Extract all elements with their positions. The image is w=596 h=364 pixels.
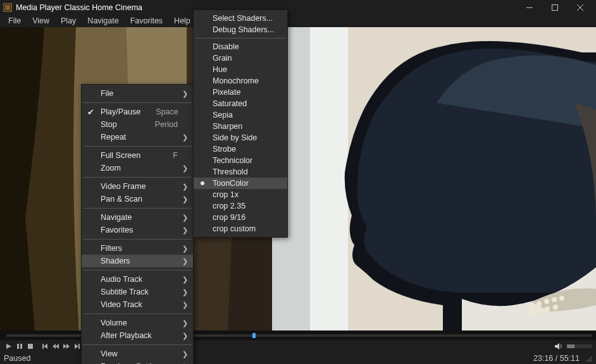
shaders-item-threshold[interactable]: Threshold — [194, 166, 287, 178]
menu-item-label: crop 9/16 — [213, 213, 275, 222]
submenu-arrow-icon: ❯ — [182, 332, 188, 340]
menu-navigate[interactable]: Navigate — [82, 15, 124, 27]
resize-grip-icon[interactable] — [585, 355, 592, 362]
submenu-arrow-icon: ❯ — [182, 195, 188, 203]
svg-rect-31 — [78, 344, 80, 349]
ctx-item-favorites[interactable]: Favorites❯ — [82, 224, 193, 236]
svg-point-42 — [590, 360, 592, 361]
menu-accel: Space — [156, 107, 178, 116]
shaders-item-saturated[interactable]: Saturated — [194, 98, 287, 109]
svg-marker-25 — [44, 344, 47, 349]
context-menu-main: File❯✔Play/PauseSpaceStopPeriodRepeat❯Fu… — [81, 84, 194, 364]
ctx-item-after-playback[interactable]: After Playback❯ — [82, 329, 193, 342]
ctx-item-video-track[interactable]: Video Track❯ — [82, 298, 193, 311]
ctx-item-navigate[interactable]: Navigate❯ — [82, 211, 193, 224]
menu-separator — [195, 38, 286, 39]
ctx-item-audio-track[interactable]: Audio Track❯ — [82, 273, 193, 286]
menu-separator — [83, 313, 192, 314]
shaders-item-tooncolor[interactable]: ToonColor — [194, 178, 287, 189]
svg-point-38 — [588, 358, 590, 360]
bullet-icon — [201, 181, 204, 185]
menu-item-label: Filters — [101, 244, 178, 253]
svg-marker-30 — [75, 344, 78, 349]
context-menu-shaders: Select Shaders...Debug Shaders... Disabl… — [193, 9, 288, 238]
menu-help[interactable]: Help — [168, 15, 196, 27]
pause-button[interactable] — [15, 342, 25, 351]
ctx-item-renderer-settings[interactable]: Renderer Settings❯ — [82, 360, 193, 364]
app-icon — [3, 3, 12, 12]
ctx-item-view[interactable]: View❯ — [82, 348, 193, 360]
svg-point-12 — [537, 301, 542, 306]
shaders-item-crop-custom[interactable]: crop custom — [194, 223, 287, 234]
submenu-arrow-icon: ❯ — [182, 288, 188, 296]
shaders-item-sharpen[interactable]: Sharpen — [194, 121, 287, 132]
status-state: Paused — [4, 354, 30, 363]
ctx-item-video-frame[interactable]: Video Frame❯ — [82, 180, 193, 193]
skip-back-button[interactable] — [40, 342, 50, 351]
close-button[interactable] — [568, 0, 593, 15]
shaders-item-side-by-side[interactable]: Side by Side — [194, 132, 287, 143]
play-button[interactable] — [4, 342, 14, 351]
ctx-item-subtitle-track[interactable]: Subtitle Track❯ — [82, 286, 193, 298]
svg-rect-21 — [17, 344, 19, 349]
submenu-arrow-icon: ❯ — [182, 90, 188, 98]
svg-point-41 — [588, 360, 590, 361]
shaders-item-strobe[interactable]: Strobe — [194, 143, 287, 155]
forward-button[interactable] — [61, 342, 71, 351]
ctx-item-play-pause[interactable]: ✔Play/PauseSpace — [82, 106, 193, 118]
shaders-item-monochrome[interactable]: Monochrome — [194, 75, 287, 87]
volume-slider[interactable] — [567, 344, 592, 348]
submenu-arrow-icon: ❯ — [182, 183, 188, 191]
submenu-arrow-icon: ❯ — [182, 214, 188, 222]
minimize-button[interactable] — [517, 0, 542, 15]
ctx-item-full-screen[interactable]: Full ScreenF — [82, 149, 193, 162]
menu-play[interactable]: Play — [55, 15, 82, 27]
ctx-item-pan-scan[interactable]: Pan & Scan❯ — [82, 193, 193, 205]
submenu-arrow-icon: ❯ — [182, 257, 188, 265]
shaders-item-grain[interactable]: Grain — [194, 52, 287, 64]
menu-item-label: Stop — [101, 120, 140, 129]
menu-item-label: Debug Shaders... — [213, 25, 275, 34]
shaders-item-crop-2-35[interactable]: crop 2.35 — [194, 200, 287, 212]
menu-favorites[interactable]: Favorites — [125, 15, 168, 27]
menubar: File View Play Navigate Favorites Help — [0, 15, 596, 27]
menu-item-label: Sepia — [213, 111, 275, 119]
svg-marker-27 — [56, 344, 59, 349]
ctx-item-repeat[interactable]: Repeat❯ — [82, 131, 193, 143]
ctx-item-volume[interactable]: Volume❯ — [82, 317, 193, 329]
shaders-item-pixelate[interactable]: Pixelate — [194, 87, 287, 98]
submenu-arrow-icon: ❯ — [182, 319, 188, 327]
mute-button[interactable] — [554, 342, 564, 351]
ctx-item-stop[interactable]: StopPeriod — [82, 118, 193, 131]
svg-marker-28 — [63, 344, 66, 349]
menu-item-label: Sharpen — [213, 122, 275, 131]
ctx-item-file[interactable]: File❯ — [82, 87, 193, 100]
ctx-item-shaders[interactable]: Shaders❯ — [82, 255, 193, 267]
shaders-item-debug-shaders-[interactable]: Debug Shaders... — [194, 24, 287, 35]
shaders-item-select-shaders-[interactable]: Select Shaders... — [194, 13, 287, 24]
maximize-button[interactable] — [542, 0, 568, 15]
shaders-item-technicolor[interactable]: Technicolor — [194, 155, 287, 166]
svg-marker-20 — [6, 344, 11, 349]
submenu-arrow-icon: ❯ — [182, 276, 188, 284]
seek-handle[interactable] — [252, 333, 256, 338]
svg-rect-3 — [552, 4, 558, 10]
shaders-item-hue[interactable]: Hue — [194, 64, 287, 75]
stop-button[interactable] — [25, 342, 35, 351]
ctx-item-filters[interactable]: Filters❯ — [82, 242, 193, 255]
ctx-item-zoom[interactable]: Zoom❯ — [82, 162, 193, 174]
menu-item-label: Threshold — [213, 167, 275, 176]
shaders-item-disable[interactable]: Disable — [194, 41, 287, 52]
submenu-arrow-icon: ❯ — [182, 245, 188, 253]
shaders-item-sepia[interactable]: Sepia — [194, 109, 287, 121]
menu-item-label: Monochrome — [213, 76, 275, 85]
rewind-button[interactable] — [51, 342, 61, 351]
menu-view[interactable]: View — [27, 15, 55, 27]
menu-file[interactable]: File — [3, 15, 27, 27]
shaders-item-crop-1x[interactable]: crop 1x — [194, 189, 287, 200]
shaders-item-crop-9-16[interactable]: crop 9/16 — [194, 212, 287, 223]
svg-point-13 — [544, 299, 549, 304]
submenu-arrow-icon: ❯ — [182, 226, 188, 234]
menu-item-label: Strobe — [213, 145, 275, 154]
menu-item-label: Pixelate — [213, 88, 275, 97]
